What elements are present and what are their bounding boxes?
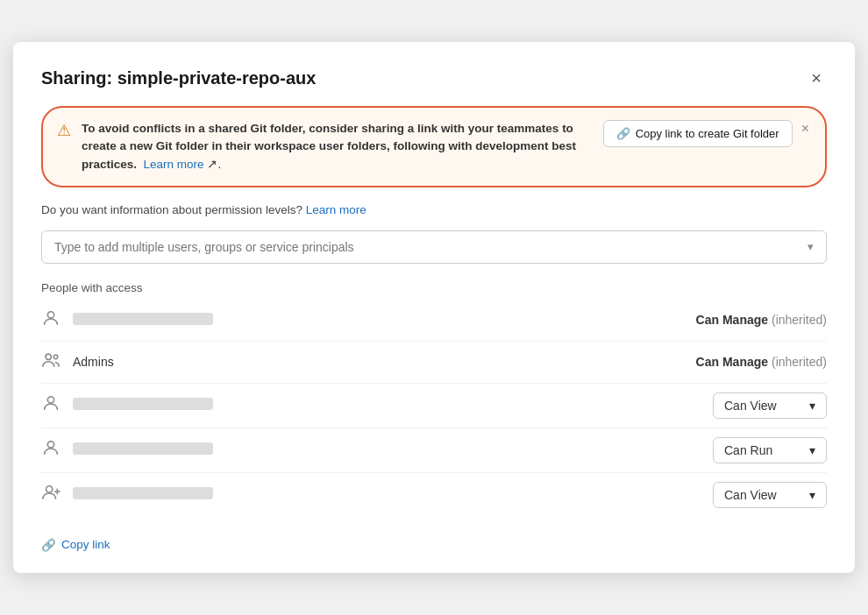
link-icon: 🔗 xyxy=(616,127,630,140)
person-row: Can View ▾ xyxy=(41,384,827,428)
person-icon xyxy=(41,393,73,417)
modal-header: Sharing: simple-private-repo-aux × xyxy=(41,67,827,90)
copy-link-button[interactable]: 🔗 Copy link xyxy=(41,538,110,552)
copy-git-btn-label: Copy link to create Git folder xyxy=(636,127,779,140)
group-icon xyxy=(41,350,73,374)
banner-close-button[interactable]: × xyxy=(800,120,811,138)
permission-dropdown[interactable]: Can View ▾ xyxy=(713,392,827,419)
close-button[interactable]: × xyxy=(806,67,827,90)
chevron-down-icon: ▾ xyxy=(808,240,814,253)
person-icon xyxy=(41,438,73,462)
sharing-modal: Sharing: simple-private-repo-aux × ⚠ To … xyxy=(13,42,855,573)
permission-info: Do you want information about permission… xyxy=(41,203,827,216)
dropdown-chevron-icon: ▾ xyxy=(809,443,815,457)
svg-point-5 xyxy=(46,486,53,492)
warning-learn-more-link[interactable]: Learn more xyxy=(144,158,204,171)
add-users-input[interactable] xyxy=(54,240,808,254)
dropdown-chevron-icon: ▾ xyxy=(809,488,815,502)
copy-git-folder-button[interactable]: 🔗 Copy link to create Git folder xyxy=(603,120,793,147)
person-name xyxy=(73,442,713,457)
inherited-label: (inherited) xyxy=(772,313,827,327)
people-section-label: People with access xyxy=(41,281,827,294)
permission-dropdown-value: Can View xyxy=(724,399,777,413)
person-name-admins: Admins xyxy=(73,355,696,369)
blurred-name xyxy=(73,398,213,410)
permission-value: Can Manage xyxy=(696,313,768,327)
dropdown-chevron-icon: ▾ xyxy=(809,399,815,413)
person-icon xyxy=(41,308,73,332)
blurred-name xyxy=(73,313,213,325)
permission-dropdown[interactable]: Can View ▾ xyxy=(713,482,827,508)
warning-icon: ⚠ xyxy=(57,121,71,140)
person-add-icon xyxy=(41,483,73,506)
person-name xyxy=(73,398,713,413)
permission-dropdown[interactable]: Can Run ▾ xyxy=(713,437,827,463)
svg-point-0 xyxy=(47,312,53,318)
add-users-container[interactable]: ▾ xyxy=(41,230,827,264)
permission-dropdown-value: Can View xyxy=(724,488,777,502)
blurred-name xyxy=(73,442,213,455)
permission-label: Can Manage (inherited) xyxy=(696,313,827,327)
people-list: Can Manage (inherited) Admins Can Manage… xyxy=(41,300,827,517)
person-row: Admins Can Manage (inherited) xyxy=(41,342,827,384)
warning-banner: ⚠ To avoid conflicts in a shared Git fol… xyxy=(41,106,827,187)
svg-point-2 xyxy=(53,355,58,359)
inherited-label: (inherited) xyxy=(772,355,827,369)
blurred-name xyxy=(73,487,213,499)
person-row: Can Manage (inherited) xyxy=(41,300,827,342)
permission-value: Can Manage xyxy=(696,355,768,369)
person-name xyxy=(73,487,713,502)
permission-dropdown-value: Can Run xyxy=(724,443,772,457)
permission-info-text: Do you want information about permission… xyxy=(41,203,302,216)
permission-learn-more-link[interactable]: Learn more xyxy=(306,203,366,216)
person-row: Can Run ▾ xyxy=(41,428,827,473)
modal-title: Sharing: simple-private-repo-aux xyxy=(41,68,316,88)
copy-link-icon: 🔗 xyxy=(41,538,56,552)
warning-actions: 🔗 Copy link to create Git folder × xyxy=(603,120,811,147)
warning-text: To avoid conflicts in a shared Git folde… xyxy=(82,120,593,173)
svg-point-1 xyxy=(46,354,51,359)
warning-link-icon: ↗ xyxy=(207,158,217,171)
copy-link-label: Copy link xyxy=(61,538,110,551)
svg-point-3 xyxy=(47,397,53,403)
permission-label: Can Manage (inherited) xyxy=(696,355,827,369)
person-name xyxy=(73,313,696,328)
person-row: Can View ▾ xyxy=(41,473,827,517)
svg-point-4 xyxy=(47,442,53,448)
modal-footer: 🔗 Copy link xyxy=(41,531,827,552)
